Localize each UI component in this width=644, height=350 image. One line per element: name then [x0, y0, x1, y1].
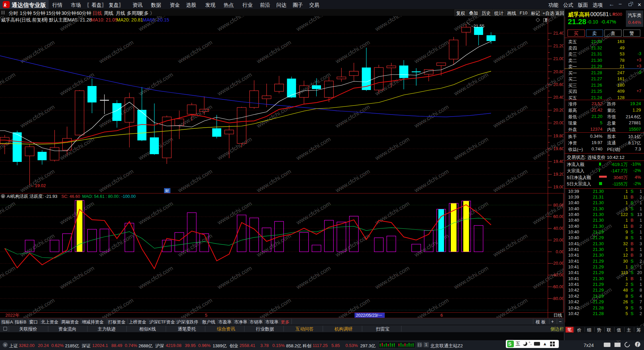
svg-text:20.00: 20.00 — [553, 237, 564, 243]
svg-text:www.cfchi.com: www.cfchi.com — [0, 71, 16, 97]
svg-text:-20.00: -20.00 — [552, 261, 564, 266]
svg-text:www.cfchi.com: www.cfchi.com — [19, 39, 56, 65]
svg-text:www.cfchi.com: www.cfchi.com — [137, 16, 174, 33]
svg-text:19.60: 19.60 — [553, 146, 564, 151]
svg-text:www.cfchi.com: www.cfchi.com — [295, 16, 332, 33]
svg-text:www.cfchi.com: www.cfchi.com — [216, 71, 253, 97]
svg-text:日线: 日线 — [553, 313, 562, 318]
svg-text:5: 5 — [205, 313, 207, 318]
svg-text:www.cfchi.com: www.cfchi.com — [19, 297, 56, 318]
svg-text:AI机构活跃 活跃度: -21.93: AI机构活跃 活跃度: -21.93 — [7, 194, 57, 199]
svg-text:www.cfchi.com: www.cfchi.com — [374, 16, 411, 33]
svg-text:MAO: 54.61 : 80.00: MAO: 54.61 : 80.00 — [82, 194, 118, 199]
svg-text:v: v — [2, 195, 4, 198]
svg-text:www.cfchi.com: www.cfchi.com — [334, 232, 371, 258]
svg-text:www.cfchi.com: www.cfchi.com — [255, 39, 292, 65]
svg-text:←19.02: ←19.02 — [31, 183, 46, 188]
svg-text:www.cfchi.com: www.cfchi.com — [176, 168, 213, 194]
svg-text:www.cfchi.com: www.cfchi.com — [413, 39, 450, 65]
svg-text:www.cfchi.com: www.cfchi.com — [413, 297, 450, 318]
svg-text:20.80: 20.80 — [553, 69, 564, 74]
svg-text:20.60: 20.60 — [553, 82, 564, 87]
svg-text:www.cfchi.com: www.cfchi.com — [58, 265, 95, 291]
svg-text:www.cfchi.com: www.cfchi.com — [295, 71, 332, 97]
svg-text:www.cfchi.com: www.cfchi.com — [19, 168, 56, 194]
svg-text:www.cfchi.com: www.cfchi.com — [334, 39, 371, 65]
svg-text:www.cfchi.com: www.cfchi.com — [255, 168, 292, 194]
svg-text:www.cfchi.com: www.cfchi.com — [255, 103, 292, 129]
svg-text:6: 6 — [440, 313, 443, 318]
svg-text:www.cfchi.com: www.cfchi.com — [492, 232, 529, 258]
svg-text:www.cfchi.com: www.cfchi.com — [492, 168, 529, 194]
svg-text:www.cfchi.com: www.cfchi.com — [531, 16, 564, 33]
svg-text:19.80: 19.80 — [553, 133, 564, 138]
svg-text:-80.00: -80.00 — [552, 296, 564, 301]
svg-text:: -100.00: : -100.00 — [119, 194, 136, 199]
svg-text:www.cfchi.com: www.cfchi.com — [137, 200, 174, 226]
svg-text:2022/05/23/一: 2022/05/23/一 — [356, 313, 382, 318]
svg-text:www.cfchi.com: www.cfchi.com — [492, 297, 529, 318]
svg-text:20.00: 20.00 — [553, 120, 564, 125]
svg-text:www.cfchi.com: www.cfchi.com — [98, 297, 135, 318]
svg-text:www.cfchi.com: www.cfchi.com — [492, 103, 529, 129]
svg-text:www.cfchi.com: www.cfchi.com — [98, 168, 135, 194]
svg-text:19.40: 19.40 — [553, 159, 564, 164]
svg-text:www.cfchi.com: www.cfchi.com — [374, 200, 411, 226]
svg-text:www.cfchi.com: www.cfchi.com — [413, 232, 450, 258]
svg-text:60.00: 60.00 — [553, 214, 564, 219]
svg-text:财: 财 — [165, 189, 169, 193]
svg-text:0.00: 0.00 — [556, 249, 564, 254]
svg-text:www.cfchi.com: www.cfchi.com — [98, 39, 135, 65]
svg-text:www.cfchi.com: www.cfchi.com — [0, 16, 16, 33]
svg-text:www.cfchi.com: www.cfchi.com — [19, 103, 56, 129]
svg-text:www.cfchi.com: www.cfchi.com — [413, 168, 450, 194]
svg-text:www.cfchi.com: www.cfchi.com — [216, 16, 253, 33]
svg-text:40.00: 40.00 — [553, 226, 564, 231]
svg-text:www.cfchi.com: www.cfchi.com — [374, 265, 411, 291]
svg-text:~21.55: ~21.55 — [471, 24, 484, 29]
svg-text:www.cfchi.com: www.cfchi.com — [216, 200, 253, 226]
svg-text:-40.00: -40.00 — [552, 272, 564, 277]
svg-text:-60.00: -60.00 — [552, 284, 564, 289]
svg-text:21.00: 21.00 — [553, 56, 564, 61]
svg-text:19.20: 19.20 — [553, 172, 564, 177]
svg-text:21.40: 21.40 — [553, 31, 564, 36]
svg-text:20.20: 20.20 — [553, 107, 564, 113]
svg-text:www.cfchi.com: www.cfchi.com — [176, 39, 213, 65]
svg-text:www.cfchi.com: www.cfchi.com — [137, 71, 174, 97]
svg-text:SC: 46.60: SC: 46.60 — [61, 194, 80, 199]
svg-text:www.cfchi.com: www.cfchi.com — [0, 200, 16, 226]
svg-text:www.cfchi.com: www.cfchi.com — [492, 39, 529, 65]
svg-text:www.cfchi.com: www.cfchi.com — [334, 168, 371, 194]
svg-text:www.cfchi.com: www.cfchi.com — [452, 71, 489, 97]
svg-text:www.cfchi.com: www.cfchi.com — [98, 232, 135, 258]
svg-text:2022年: 2022年 — [5, 313, 19, 318]
svg-text:www.cfchi.com: www.cfchi.com — [176, 297, 213, 318]
svg-text:www.cfchi.com: www.cfchi.com — [374, 136, 411, 162]
svg-text:21.20: 21.20 — [553, 43, 564, 48]
svg-text:www.cfchi.com: www.cfchi.com — [295, 200, 332, 226]
svg-text:www.cfchi.com: www.cfchi.com — [176, 232, 213, 258]
svg-text:19.00: 19.00 — [553, 184, 564, 189]
svg-text:www.cfchi.com: www.cfchi.com — [255, 232, 292, 258]
svg-text:www.cfchi.com: www.cfchi.com — [58, 16, 95, 33]
svg-text:80.00: 80.00 — [553, 203, 564, 208]
svg-text:20.40: 20.40 — [553, 95, 564, 100]
svg-text:www.cfchi.com: www.cfchi.com — [255, 297, 292, 318]
